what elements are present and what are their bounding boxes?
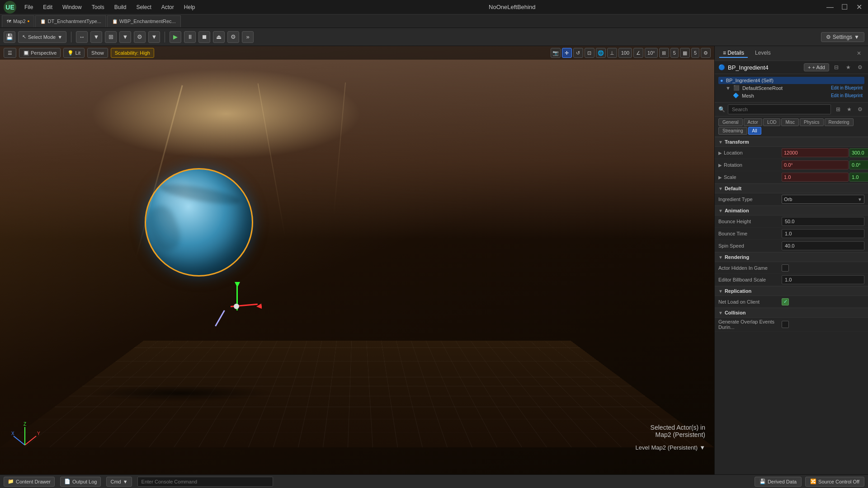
component-mesh[interactable]: 🔷 Mesh Edit in Blueprint: [718, 92, 864, 99]
close-button[interactable]: ✕: [854, 2, 864, 13]
menu-actor[interactable]: Actor: [157, 3, 179, 11]
viewport[interactable]: ☰ 🔲 Perspective 💡 Lit Show Scalability: …: [0, 46, 714, 474]
show-button[interactable]: Show: [87, 48, 108, 58]
layout-button[interactable]: ⊟: [832, 63, 841, 72]
transform-button[interactable]: ↔: [76, 31, 88, 43]
rendering-section-header[interactable]: ▼ Rendering: [715, 252, 868, 262]
search-input[interactable]: [728, 104, 831, 114]
select-mode-button[interactable]: ↖ Select Mode ▼: [18, 31, 66, 43]
settings-menu-button[interactable]: ⚙ Settings ▼: [821, 32, 864, 42]
location-y-input[interactable]: [849, 148, 868, 157]
close-details-button[interactable]: ✕: [854, 49, 863, 58]
menu-edit[interactable]: Edit: [38, 3, 57, 11]
console-command-input[interactable]: [137, 477, 273, 487]
camera-speed-icon[interactable]: 📷: [551, 48, 561, 58]
scale-tool[interactable]: ⊡: [585, 48, 594, 58]
filter-actor[interactable]: Actor: [744, 118, 762, 126]
ingredient-orb[interactable]: [145, 168, 253, 277]
rotation-expand[interactable]: ▶: [718, 163, 722, 168]
rotation-x-input[interactable]: [782, 160, 849, 169]
minimize-button[interactable]: —: [825, 2, 835, 13]
location-expand[interactable]: ▶: [718, 150, 722, 155]
filter-misc[interactable]: Misc: [781, 118, 799, 126]
tab-dt-enchantment[interactable]: 📋 DT_EnchantmentType...: [35, 15, 106, 27]
build-button[interactable]: ⚙: [134, 31, 146, 43]
menu-build[interactable]: Build: [110, 3, 131, 11]
angle-snap-toggle[interactable]: ∠: [633, 48, 643, 58]
menu-window[interactable]: Window: [58, 3, 86, 11]
translate-tool[interactable]: ✛: [562, 48, 572, 58]
filter-lod[interactable]: LOD: [763, 118, 781, 126]
transform-gizmo[interactable]: [217, 286, 262, 331]
world-local-toggle[interactable]: 🌐: [596, 48, 606, 58]
tab-levels[interactable]: Levels: [751, 49, 774, 58]
tab-wbp-enchantment[interactable]: 📋 WBP_EnchantmentRec...: [107, 15, 181, 27]
ingredient-type-dropdown[interactable]: Orb ▼: [782, 195, 864, 204]
filter-general[interactable]: General: [718, 118, 743, 126]
maximize-button[interactable]: ☐: [839, 2, 850, 13]
level-indicator[interactable]: Level Map2 (Persistent) ▼: [635, 444, 705, 451]
viewport-options[interactable]: ⚙: [701, 48, 711, 58]
scale-y-input[interactable]: [849, 173, 868, 182]
filter-rendering[interactable]: Rendering: [825, 118, 854, 126]
save-button[interactable]: 💾: [4, 31, 15, 43]
replication-section-header[interactable]: ▼ Replication: [715, 286, 868, 296]
mesh-edit-link[interactable]: Edit in Blueprint: [831, 93, 863, 98]
transform-arrow[interactable]: ▼: [90, 31, 102, 43]
content-drawer-button[interactable]: 📁 Content Drawer: [4, 477, 55, 487]
pause-button[interactable]: ⏸: [184, 31, 196, 43]
filter-streaming[interactable]: Streaming: [718, 127, 747, 135]
default-section-header[interactable]: ▼ Default: [715, 183, 868, 193]
more-button[interactable]: »: [242, 31, 254, 43]
cmd-button[interactable]: Cmd ▼: [106, 477, 132, 487]
eject-button[interactable]: ⏏: [213, 31, 225, 43]
rotate-tool[interactable]: ↺: [573, 48, 583, 58]
rotation-y-input[interactable]: [849, 160, 868, 169]
lit-button[interactable]: 💡 Lit: [63, 48, 85, 58]
overlap-events-checkbox[interactable]: [782, 321, 789, 328]
net-load-checkbox[interactable]: ✓: [782, 298, 789, 305]
scalability-button[interactable]: Scalability: High: [111, 48, 154, 58]
actor-hidden-checkbox[interactable]: [782, 264, 789, 272]
menu-help[interactable]: Help: [179, 3, 200, 11]
transform-section-header[interactable]: ▼ Transform: [715, 137, 868, 147]
scene-root-edit-link[interactable]: Edit in Blueprint: [831, 85, 863, 90]
output-log-button[interactable]: 📄 Output Log: [60, 477, 101, 487]
perspective-button[interactable]: 🔲 Perspective: [19, 48, 61, 58]
menu-select[interactable]: Select: [132, 3, 156, 11]
menu-file[interactable]: File: [20, 3, 38, 11]
snap-arrow[interactable]: ▼: [119, 31, 131, 43]
menu-tools[interactable]: Tools: [87, 3, 109, 11]
settings-gear-button[interactable]: ⚙: [855, 63, 864, 72]
bookmark-button[interactable]: ★: [844, 105, 854, 114]
viewport-menu-button[interactable]: ☰: [4, 48, 16, 58]
tab-details[interactable]: ≡ Details: [719, 49, 748, 58]
component-bp-ingredient[interactable]: ● BP_Ingredient4 (Self): [718, 77, 864, 84]
star-button[interactable]: ★: [844, 63, 853, 72]
snap-button[interactable]: ⊞: [105, 31, 117, 43]
bounce-time-input[interactable]: [782, 229, 864, 238]
filter-settings-button[interactable]: ⚙: [855, 105, 864, 114]
collision-section-header[interactable]: ▼ Collision: [715, 308, 868, 318]
bounce-height-input[interactable]: [782, 217, 864, 226]
scale-snap-toggle[interactable]: ⊞: [659, 48, 669, 58]
fov-value[interactable]: 100: [618, 48, 632, 58]
source-control-button[interactable]: 🔀 Source Control Off: [805, 477, 864, 487]
billboard-scale-input[interactable]: [782, 275, 864, 284]
build-arrow[interactable]: ▼: [148, 31, 160, 43]
tab-map2[interactable]: 🗺 Map2 •: [2, 15, 34, 27]
grid-view-button[interactable]: ⊞: [834, 105, 843, 114]
settings-button-play[interactable]: ⚙: [227, 31, 239, 43]
filter-all[interactable]: All: [748, 127, 761, 135]
spin-speed-input[interactable]: [782, 241, 864, 250]
grid-snap-toggle[interactable]: ▦: [680, 48, 690, 58]
stop-button[interactable]: ⏹: [198, 31, 210, 43]
scale-expand[interactable]: ▶: [718, 175, 722, 180]
animation-section-header[interactable]: ▼ Animation: [715, 206, 868, 216]
add-component-button[interactable]: + + Add: [804, 63, 829, 71]
surface-snapping[interactable]: ⊥: [607, 48, 617, 58]
play-button[interactable]: ▶: [170, 31, 181, 43]
component-default-scene-root[interactable]: ▼ ⬛ DefaultSceneRoot Edit in Blueprint: [718, 84, 864, 92]
derived-data-button[interactable]: 💾 Derived Data: [755, 477, 802, 487]
filter-physics[interactable]: Physics: [800, 118, 823, 126]
